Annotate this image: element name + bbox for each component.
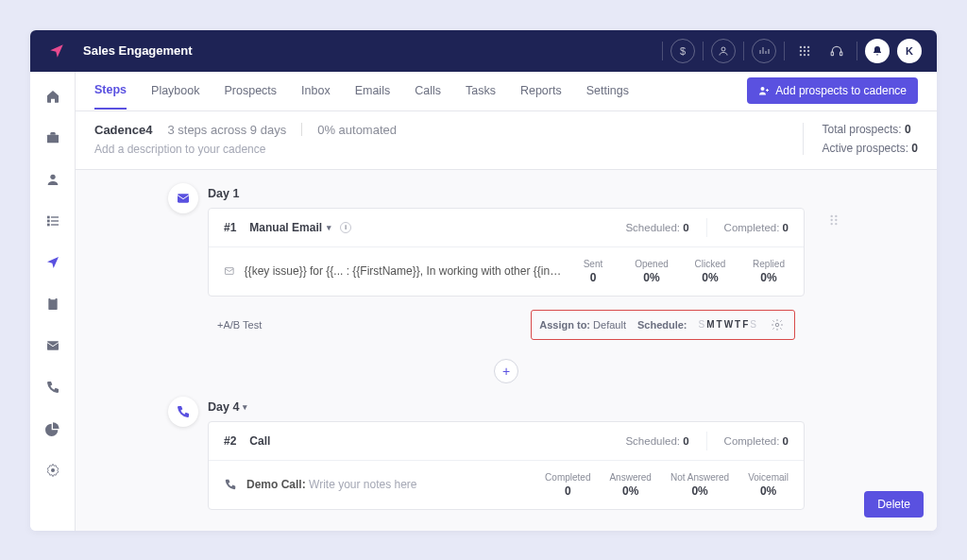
tab-calls[interactable]: Calls [415, 73, 441, 109]
mail-icon [224, 264, 235, 278]
tab-reports[interactable]: Reports [520, 73, 562, 109]
cadence-automated: 0% automated [317, 123, 397, 137]
ab-test-button[interactable]: +A/B Test [217, 319, 262, 331]
chevron-down-icon: ▾ [243, 402, 247, 412]
drag-handle-icon[interactable] [827, 213, 840, 230]
bell-icon[interactable] [865, 39, 890, 63]
svg-rect-10 [831, 52, 833, 56]
cadence-meta: 3 steps across 9 days [167, 123, 286, 137]
tab-inbox[interactable]: Inbox [301, 73, 331, 109]
day-4-label[interactable]: Day 4 ▾ [208, 400, 805, 414]
svg-rect-25 [178, 194, 189, 202]
tab-settings[interactable]: Settings [586, 73, 629, 109]
app-logo[interactable] [45, 40, 68, 62]
delete-button[interactable]: Delete [864, 491, 924, 518]
svg-point-26 [831, 214, 833, 216]
user-icon[interactable] [711, 39, 736, 63]
tab-prospects[interactable]: Prospects [224, 73, 277, 109]
svg-point-5 [804, 49, 806, 51]
svg-rect-21 [50, 297, 55, 299]
svg-rect-22 [47, 341, 59, 349]
nav-clipboard-icon[interactable] [40, 291, 66, 317]
nav-list-icon[interactable] [40, 208, 66, 234]
step-1-number: #1 [224, 221, 236, 234]
tabs-bar: Steps Playbook Prospects Inbox Emails Ca… [76, 72, 937, 111]
tab-emails[interactable]: Emails [355, 73, 391, 109]
nav-briefcase-icon[interactable] [40, 125, 66, 151]
total-prospects-value: 0 [905, 123, 911, 136]
cadence-description[interactable]: Add a description to your cadence [94, 143, 397, 156]
step-1-block: Day 1 #1 Manual Email ▾ i Scheduled: 0 [208, 187, 805, 346]
call-step-icon [168, 397, 198, 427]
call-title: Demo Call: [246, 478, 306, 491]
svg-point-30 [831, 222, 833, 224]
nav-home-icon[interactable] [40, 83, 66, 110]
svg-point-0 [721, 47, 725, 51]
topbar: Sales Engagement $ K [30, 30, 937, 72]
step-2-block: Day 4 ▾ #2 Call Scheduled: 0 Completed: … [208, 400, 805, 531]
analytics-icon[interactable] [752, 39, 776, 63]
sidenav [30, 72, 76, 531]
step-2-schedule-box: Assign to: Default Schedule: SMTWTFS [533, 523, 795, 531]
cadence-name: Cadence4 [94, 123, 152, 137]
svg-point-2 [804, 45, 806, 47]
day-1-label: Day 1 [208, 187, 805, 200]
svg-rect-12 [47, 134, 59, 143]
step-1-card: #1 Manual Email ▾ i Scheduled: 0 Complet… [208, 208, 805, 297]
chevron-down-icon: ▾ [327, 223, 331, 232]
svg-point-9 [807, 53, 809, 55]
dollar-icon[interactable]: $ [670, 39, 695, 63]
svg-rect-14 [47, 215, 50, 218]
info-icon[interactable]: i [340, 222, 351, 233]
step-1-day-letters[interactable]: SMTWTFS [699, 319, 756, 330]
nav-pie-icon[interactable] [40, 416, 66, 442]
step-2-type[interactable]: Call [249, 434, 270, 448]
call-note-prompt[interactable]: Write your notes here [309, 478, 417, 491]
svg-point-8 [804, 53, 806, 55]
svg-point-28 [831, 218, 833, 220]
brand-title: Sales Engagement [83, 43, 193, 58]
svg-rect-11 [840, 52, 842, 56]
add-prospects-button[interactable]: Add prospects to cadence [747, 77, 918, 104]
gear-icon[interactable] [769, 528, 788, 531]
step-1-subject[interactable]: {{key issue}} for {{... : {{FirstName}},… [245, 264, 562, 278]
nav-phone-icon[interactable] [40, 374, 66, 400]
nav-person-icon[interactable] [40, 166, 66, 193]
svg-rect-19 [51, 224, 59, 225]
total-prospects-label: Total prospects: [823, 123, 902, 136]
svg-point-13 [50, 174, 55, 178]
svg-point-33 [775, 323, 779, 327]
nav-mail-icon[interactable] [40, 332, 66, 359]
app-window: Sales Engagement $ K [30, 30, 937, 531]
svg-point-24 [761, 87, 765, 91]
svg-point-27 [835, 214, 837, 216]
svg-point-6 [807, 49, 809, 51]
cadence-header: Cadence4 3 steps across 9 days 0% automa… [76, 111, 937, 170]
headset-icon[interactable] [824, 39, 849, 63]
step-2-stats: Completed0 Answered0% Not Answered0% Voi… [545, 472, 789, 498]
svg-point-1 [800, 45, 802, 47]
tab-tasks[interactable]: Tasks [466, 73, 496, 109]
topbar-right: $ K [662, 39, 922, 63]
steps-content: Day 1 #1 Manual Email ▾ i Scheduled: 0 [76, 170, 937, 531]
add-step-button[interactable]: + [494, 359, 518, 383]
svg-rect-16 [47, 219, 50, 222]
svg-rect-18 [47, 223, 50, 226]
dialpad-icon[interactable] [792, 39, 817, 63]
active-prospects-label: Active prospects: [823, 142, 908, 155]
svg-rect-32 [225, 268, 233, 275]
avatar[interactable]: K [897, 39, 922, 63]
tab-steps[interactable]: Steps [94, 72, 127, 110]
gear-icon[interactable] [768, 315, 787, 334]
nav-send-icon[interactable] [40, 249, 66, 276]
svg-rect-15 [51, 216, 59, 217]
svg-point-4 [800, 49, 802, 51]
tab-playbook[interactable]: Playbook [151, 73, 199, 109]
email-step-icon [168, 183, 198, 213]
nav-settings-icon[interactable] [40, 457, 66, 484]
add-prospects-label: Add prospects to cadence [775, 84, 907, 97]
main: Steps Playbook Prospects Inbox Emails Ca… [76, 72, 937, 531]
body: Steps Playbook Prospects Inbox Emails Ca… [30, 72, 937, 531]
step-1-type[interactable]: Manual Email ▾ i [249, 221, 351, 234]
svg-rect-17 [51, 220, 59, 221]
